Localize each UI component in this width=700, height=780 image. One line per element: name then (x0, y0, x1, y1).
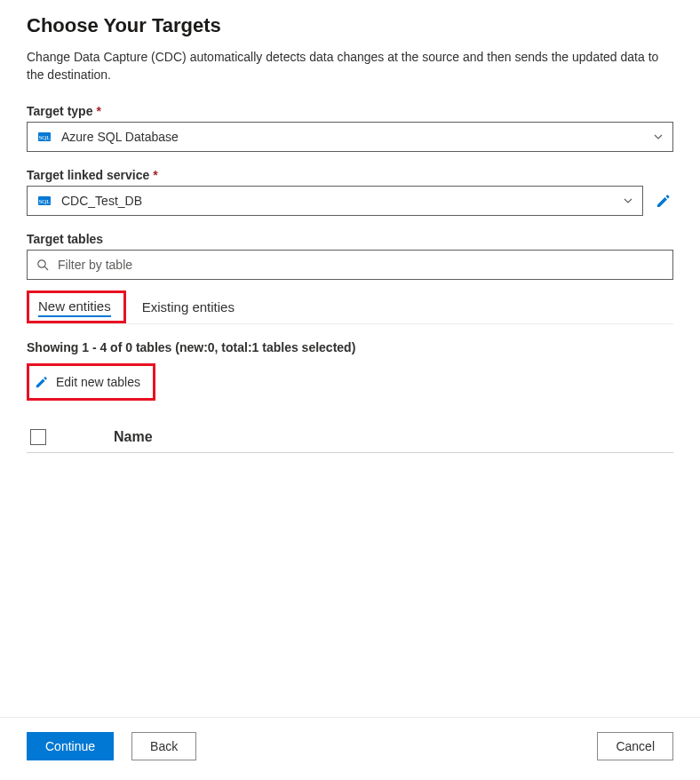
target-tables-label: Target tables (27, 232, 673, 246)
tab-new-entities[interactable]: New entities (29, 293, 123, 321)
filter-tables-input[interactable] (56, 257, 664, 273)
filter-tables-input-wrap[interactable] (27, 250, 673, 280)
azure-sql-icon: SQL (36, 129, 52, 145)
pencil-icon (35, 375, 49, 389)
footer-bar: Continue Back Cancel (0, 717, 700, 780)
chevron-down-icon (653, 131, 664, 142)
showing-count: Showing 1 - 4 of 0 tables (new:0, total:… (27, 340, 673, 354)
column-header-name: Name (114, 429, 153, 445)
continue-button[interactable]: Continue (27, 732, 114, 760)
linked-service-label: Target linked service * (27, 168, 673, 182)
target-type-select[interactable]: SQL Azure SQL Database (27, 122, 673, 152)
svg-text:SQL: SQL (38, 134, 50, 141)
tab-new-highlight-box: New entities (27, 291, 126, 323)
pencil-icon (656, 193, 672, 209)
select-all-checkbox[interactable] (30, 429, 46, 445)
linked-service-value: CDC_Test_DB (61, 194, 623, 208)
required-mark: * (153, 168, 157, 182)
target-type-label: Target type * (27, 104, 673, 118)
svg-text:SQL: SQL (38, 198, 50, 205)
svg-point-4 (38, 259, 45, 267)
back-button[interactable]: Back (131, 732, 196, 760)
table-header-row: Name (27, 424, 673, 453)
edit-new-tables-label: Edit new tables (56, 375, 140, 389)
linked-service-select[interactable]: SQL CDC_Test_DB (27, 186, 643, 216)
edit-new-tables-button[interactable]: Edit new tables (35, 375, 140, 389)
target-type-value: Azure SQL Database (61, 130, 653, 144)
page-description: Change Data Capture (CDC) automatically … (27, 48, 673, 84)
azure-sql-icon: SQL (36, 193, 52, 209)
tab-existing-entities[interactable]: Existing entities (133, 292, 247, 323)
edit-linked-service-button[interactable] (654, 191, 673, 211)
cancel-button[interactable]: Cancel (597, 732, 673, 760)
edit-new-tables-highlight-box: Edit new tables (27, 363, 155, 401)
search-icon (36, 259, 49, 271)
page-title: Choose Your Targets (27, 14, 673, 37)
required-mark: * (96, 104, 100, 118)
chevron-down-icon (623, 195, 633, 206)
svg-line-5 (44, 267, 48, 270)
